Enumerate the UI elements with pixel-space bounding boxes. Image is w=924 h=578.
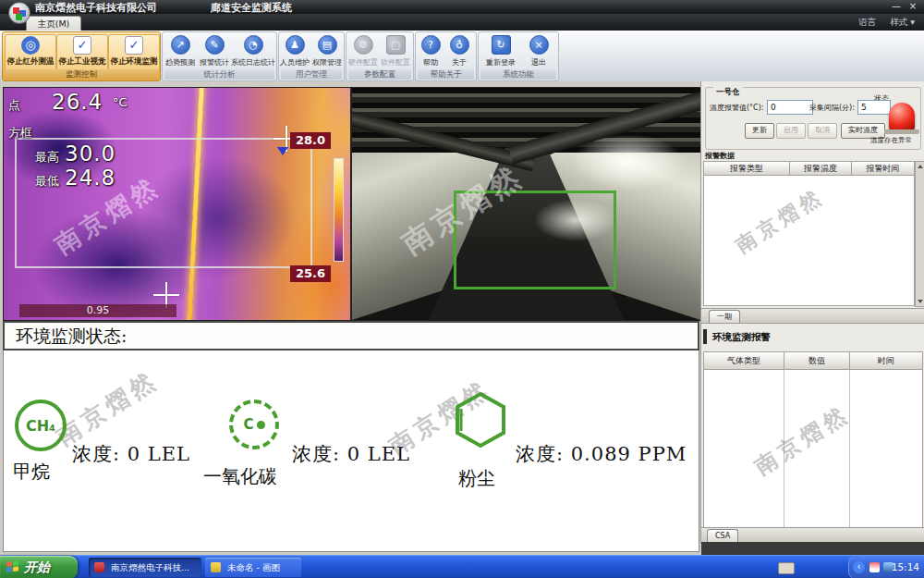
point-label: 点 bbox=[8, 97, 20, 114]
group-label: 用户管理 bbox=[281, 69, 342, 80]
cancel-button: 取消 bbox=[808, 123, 837, 139]
enable-button: 启用 bbox=[776, 123, 806, 139]
syslog-stats-button[interactable]: ◔ 系统日志统计 bbox=[230, 35, 276, 68]
bottom-dark-strip bbox=[701, 542, 924, 555]
bottom-tab-bar: CSA bbox=[701, 527, 924, 543]
scroll-up-icon[interactable] bbox=[918, 165, 923, 168]
taskbar: 开始 南京熠然电子科技... 未命名 - 画图 ‹ 15:14 bbox=[0, 555, 924, 578]
taskbar-clock[interactable]: 15:14 bbox=[892, 561, 919, 572]
windows-logo-icon bbox=[6, 560, 19, 573]
taskbar-item-paint[interactable]: 未命名 - 画图 bbox=[205, 558, 301, 577]
button-label: 硬件配置 bbox=[348, 57, 378, 68]
minimize-button[interactable]: — bbox=[889, 1, 904, 12]
hardware-config-button: ⚙ 硬件配置 bbox=[347, 35, 379, 68]
env-alarm-table-body: 南京熠然 bbox=[703, 370, 923, 528]
software-config-button: ▢ 软件配置 bbox=[380, 35, 411, 68]
group-label: 统计分析 bbox=[164, 69, 274, 80]
group-label: 监测控制 bbox=[5, 69, 158, 80]
alarm-table-scrollbar[interactable] bbox=[915, 161, 924, 307]
col-gas-value[interactable]: 数值 bbox=[784, 351, 850, 370]
app-logo-icon[interactable] bbox=[8, 2, 30, 24]
col-alarm-temp[interactable]: 报警温度 bbox=[790, 161, 852, 176]
env-status-header: 环境监测状态: bbox=[3, 321, 699, 350]
ribbon-group-user-mgmt: ♟ 人员维护 ▤ 权限管理 用户管理 bbox=[278, 31, 345, 81]
button-label: 重新登录 bbox=[486, 57, 516, 68]
tray-chevron-icon[interactable]: ‹ bbox=[853, 561, 865, 573]
methane-icon: CH₄ bbox=[15, 400, 67, 451]
button-label: 趋势预测 bbox=[165, 57, 195, 68]
col-gas-time[interactable]: 时间 bbox=[850, 351, 923, 370]
scale-min-label: 25.6 bbox=[290, 265, 331, 282]
stop-vision-button[interactable]: ✓ 停止工业视觉 bbox=[56, 34, 108, 71]
tab-phase-1[interactable]: 一期 bbox=[709, 310, 740, 323]
tab-home[interactable]: 主页(M) bbox=[26, 16, 81, 31]
scroll-down-icon[interactable] bbox=[918, 300, 923, 303]
stop-infrared-button[interactable]: ◎ 停止红外测温 bbox=[5, 34, 56, 71]
button-label: 停止工业视觉 bbox=[59, 56, 106, 68]
interval-input[interactable]: 5 bbox=[857, 100, 891, 115]
alarm-table-header: 报警类型 报警温度 报警时间 bbox=[703, 161, 915, 176]
group-label: 系统功能 bbox=[480, 69, 556, 80]
right-panel: 一号仓 状态 温度报警值(°C): 0 采集间隔(分): 5 更新 启用 取消 … bbox=[700, 81, 924, 544]
button-label: 权限管理 bbox=[312, 57, 342, 68]
update-button[interactable]: 更新 bbox=[745, 123, 774, 139]
close-button[interactable]: × bbox=[906, 1, 920, 12]
marker-triangle-icon bbox=[277, 147, 288, 155]
menu-language[interactable]: 语言 bbox=[858, 17, 876, 27]
button-label: 软件配置 bbox=[381, 57, 410, 68]
emissivity-value: 0.95 bbox=[19, 304, 176, 317]
gas-reading: 浓度: 0.089 PPM bbox=[516, 441, 687, 467]
temp-alarm-input[interactable]: 0 bbox=[767, 100, 813, 115]
start-button[interactable]: 开始 bbox=[0, 556, 78, 578]
personnel-button[interactable]: ♟ 人员维护 bbox=[279, 35, 310, 68]
dust-hexagon-icon bbox=[454, 391, 507, 449]
station-groupbox: 一号仓 状态 温度报警值(°C): 0 采集间隔(分): 5 更新 启用 取消 … bbox=[705, 87, 921, 150]
tab-csa[interactable]: CSA bbox=[707, 529, 738, 542]
thermal-measure-box bbox=[15, 138, 312, 268]
task-label: 南京熠然电子科技... bbox=[111, 562, 189, 572]
pencil-icon: ✎ bbox=[205, 35, 225, 55]
min-temperature: 24.8 bbox=[65, 166, 116, 190]
relogin-button[interactable]: ↻ 重新登录 bbox=[480, 35, 521, 68]
button-label: 停止环境监测 bbox=[111, 56, 158, 68]
ribbon-group-monitor-control: ◎ 停止红外测温 ✓ 停止工业视觉 ✓ 停止环境监测 监测控制 bbox=[2, 31, 161, 81]
station-title: 一号仓 bbox=[713, 87, 743, 98]
exit-button[interactable]: × 退出 bbox=[525, 35, 553, 68]
about-button[interactable]: ♁ 关于 bbox=[445, 35, 473, 68]
trend-predict-button[interactable]: ↗ 趋势预测 bbox=[164, 35, 197, 68]
infrared-ring-icon: ◎ bbox=[21, 36, 40, 55]
gas-name: 一氧化碳 bbox=[203, 464, 277, 489]
col-gas-type[interactable]: 气体类型 bbox=[703, 351, 784, 370]
col-alarm-time[interactable]: 报警时间 bbox=[852, 161, 915, 176]
section-accent-bar bbox=[703, 329, 707, 344]
paint-task-icon bbox=[211, 562, 221, 572]
permission-button[interactable]: ▤ 权限管理 bbox=[311, 35, 343, 68]
lamp-caption: 温度存在异常 bbox=[870, 136, 912, 145]
scale-max-label: 28.0 bbox=[290, 132, 331, 149]
col-alarm-type[interactable]: 报警类型 bbox=[703, 161, 790, 176]
stop-env-monitor-button[interactable]: ✓ 停止环境监测 bbox=[108, 34, 160, 71]
title-bar: 南京熠然电子科技有限公司 廊道安全监测系统 — × bbox=[0, 0, 924, 14]
company-title: 南京熠然电子科技有限公司 bbox=[35, 1, 157, 15]
language-indicator-icon[interactable] bbox=[778, 562, 795, 574]
alarm-stats-button[interactable]: ✎ 报警统计 bbox=[198, 35, 231, 68]
gas-name: 粉尘 bbox=[458, 466, 495, 491]
person-icon: ♟ bbox=[286, 35, 305, 55]
thermal-color-scale bbox=[334, 158, 344, 262]
button-label: 帮助 bbox=[423, 57, 438, 68]
tray-icon[interactable] bbox=[869, 562, 880, 572]
help-button[interactable]: ? 帮助 bbox=[417, 35, 444, 68]
ribbon: ◎ 停止红外测温 ✓ 停止工业视觉 ✓ 停止环境监测 监测控制 ↗ 趋势预测 ✎… bbox=[0, 31, 924, 82]
temperature-unit: °C bbox=[113, 95, 128, 109]
ribbon-tab-row: 主页(M) 语言 样式 ▾ bbox=[0, 14, 924, 31]
app-title: 廊道安全监测系统 bbox=[211, 1, 292, 15]
watermark: 南京熠然 bbox=[50, 363, 164, 453]
ribbon-group-help-about: ? 帮助 ♁ 关于 帮助关于 bbox=[415, 31, 477, 81]
max-label: 最高 bbox=[35, 149, 59, 166]
pie-icon: ◔ bbox=[244, 35, 263, 55]
menu-style[interactable]: 样式 ▾ bbox=[890, 17, 915, 27]
co-letter: C bbox=[243, 416, 253, 433]
taskbar-item-app[interactable]: 南京熠然电子科技... bbox=[89, 558, 201, 577]
ribbon-group-param-config: ⚙ 硬件配置 ▢ 软件配置 参数配置 bbox=[346, 31, 414, 81]
interval-label: 采集间隔(分): bbox=[809, 103, 855, 113]
